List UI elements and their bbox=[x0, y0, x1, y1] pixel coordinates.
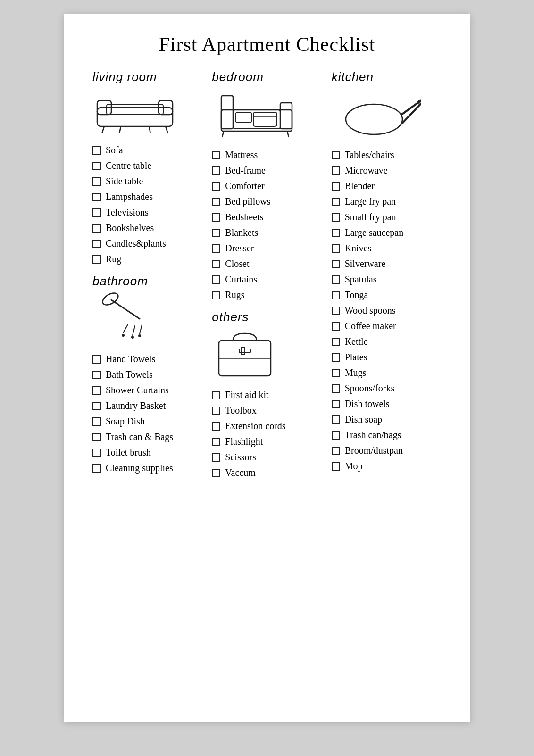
list-item: Comforter bbox=[212, 181, 322, 191]
checkbox[interactable] bbox=[92, 177, 101, 186]
bedroom-header: bedroom bbox=[212, 70, 322, 144]
checkbox[interactable] bbox=[212, 407, 220, 415]
svg-rect-17 bbox=[221, 96, 233, 129]
checkbox[interactable] bbox=[92, 193, 101, 201]
item-label: Microwave bbox=[345, 165, 388, 176]
checkbox[interactable] bbox=[212, 438, 220, 446]
svg-line-4 bbox=[102, 126, 104, 133]
checkbox[interactable] bbox=[92, 464, 101, 473]
checkbox[interactable] bbox=[92, 371, 101, 379]
list-item: Closet bbox=[212, 258, 322, 269]
list-item: Kettle bbox=[332, 336, 442, 347]
checkbox[interactable] bbox=[332, 338, 340, 346]
checkbox[interactable] bbox=[92, 386, 101, 395]
svg-point-29 bbox=[346, 104, 402, 134]
item-label: Extension cords bbox=[225, 421, 285, 432]
item-label: Toilet brush bbox=[106, 447, 151, 458]
checkbox[interactable] bbox=[332, 415, 340, 424]
item-label: Knives bbox=[345, 243, 372, 254]
svg-line-12 bbox=[140, 324, 142, 334]
checkbox[interactable] bbox=[332, 229, 340, 237]
checkbox[interactable] bbox=[212, 260, 220, 268]
list-item: Blender bbox=[332, 181, 442, 191]
checkbox[interactable] bbox=[212, 213, 220, 222]
living-room-title: living room bbox=[92, 70, 157, 84]
checkbox[interactable] bbox=[212, 166, 220, 175]
checkbox[interactable] bbox=[212, 151, 220, 159]
checkbox[interactable] bbox=[92, 208, 101, 217]
checkbox[interactable] bbox=[332, 260, 340, 268]
svg-line-10 bbox=[123, 324, 128, 333]
checkbox[interactable] bbox=[332, 384, 340, 393]
svg-rect-0 bbox=[97, 108, 173, 126]
checkbox[interactable] bbox=[212, 229, 220, 237]
checkbox[interactable] bbox=[332, 244, 340, 253]
bathroom-list: Hand Towels Bath Towels Shower Curtains … bbox=[92, 354, 202, 474]
checkbox[interactable] bbox=[332, 322, 340, 331]
item-label: Kettle bbox=[345, 336, 368, 347]
item-label: Blender bbox=[345, 181, 375, 191]
item-label: Spoons/forks bbox=[345, 383, 395, 394]
checkbox[interactable] bbox=[212, 275, 220, 284]
checkbox[interactable] bbox=[92, 449, 101, 457]
checkbox[interactable] bbox=[332, 166, 340, 175]
bathroom-title: bathroom bbox=[92, 274, 148, 289]
list-item: Trash can & Bags bbox=[92, 432, 202, 442]
list-item: Dish soap bbox=[332, 414, 442, 425]
checkbox[interactable] bbox=[212, 453, 220, 462]
list-item: Curtains bbox=[212, 274, 322, 285]
item-label: Blankets bbox=[225, 227, 258, 238]
list-item: Extension cords bbox=[212, 421, 322, 432]
checkbox[interactable] bbox=[332, 431, 340, 440]
checkbox[interactable] bbox=[332, 213, 340, 222]
checkbox[interactable] bbox=[332, 182, 340, 191]
list-item: Knives bbox=[332, 243, 442, 254]
svg-line-7 bbox=[149, 126, 150, 133]
item-label: Bed pillows bbox=[225, 196, 270, 207]
checkbox[interactable] bbox=[212, 182, 220, 191]
checkbox[interactable] bbox=[92, 355, 101, 364]
item-label: Tables/chairs bbox=[345, 150, 394, 160]
checkbox[interactable] bbox=[332, 291, 340, 299]
checkbox[interactable] bbox=[92, 146, 101, 155]
checkbox[interactable] bbox=[332, 447, 340, 455]
checkbox[interactable] bbox=[332, 307, 340, 315]
checkbox[interactable] bbox=[92, 433, 101, 441]
kitchen-title: kitchen bbox=[332, 70, 374, 84]
item-label: Curtains bbox=[225, 274, 257, 285]
checkbox[interactable] bbox=[92, 402, 101, 410]
list-item: Bed pillows bbox=[212, 196, 322, 207]
svg-rect-21 bbox=[253, 112, 277, 126]
item-label: Mop bbox=[345, 461, 363, 472]
item-label: Silverware bbox=[345, 258, 386, 269]
item-label: Centre table bbox=[106, 160, 151, 171]
checkbox[interactable] bbox=[332, 275, 340, 284]
item-label: Cleaning supplies bbox=[106, 463, 173, 474]
item-label: Trash can/bags bbox=[345, 430, 401, 440]
checkbox[interactable] bbox=[332, 151, 340, 159]
list-item: Lampshades bbox=[92, 191, 202, 202]
list-item: Dresser bbox=[212, 243, 322, 254]
checkbox[interactable] bbox=[332, 353, 340, 362]
checkbox[interactable] bbox=[92, 240, 101, 248]
checkbox[interactable] bbox=[332, 462, 340, 471]
svg-rect-16 bbox=[221, 110, 292, 131]
checkbox[interactable] bbox=[332, 198, 340, 206]
list-item: Laundry Basket bbox=[92, 400, 202, 411]
svg-line-6 bbox=[119, 126, 121, 133]
checkbox[interactable] bbox=[92, 162, 101, 170]
checkbox[interactable] bbox=[92, 224, 101, 233]
checkbox[interactable] bbox=[212, 244, 220, 253]
svg-rect-18 bbox=[280, 103, 292, 129]
checkbox[interactable] bbox=[212, 291, 220, 299]
checkbox[interactable] bbox=[212, 422, 220, 431]
checkbox[interactable] bbox=[212, 198, 220, 206]
checkbox[interactable] bbox=[212, 391, 220, 399]
checkbox[interactable] bbox=[92, 417, 101, 426]
main-columns: living room Sofa bbox=[88, 70, 446, 488]
checkbox[interactable] bbox=[212, 469, 220, 477]
checkbox[interactable] bbox=[92, 255, 101, 264]
list-item: Vaccum bbox=[212, 467, 322, 478]
checkbox[interactable] bbox=[332, 400, 340, 408]
checkbox[interactable] bbox=[332, 369, 340, 377]
